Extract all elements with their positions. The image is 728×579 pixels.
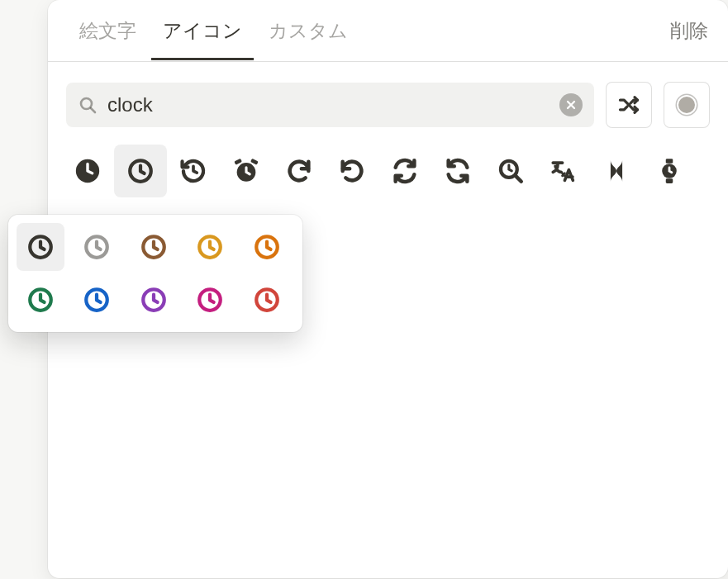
clock-outline-icon <box>196 286 224 314</box>
color-variant-green[interactable] <box>17 276 64 324</box>
clock-outline-icon <box>26 286 55 314</box>
sync-icon-glyph <box>391 157 419 185</box>
redo-icon-glyph <box>285 157 313 185</box>
color-variant-brown[interactable] <box>130 223 178 271</box>
search-box <box>66 83 594 127</box>
shuffle-button[interactable] <box>606 82 652 128</box>
tab-custom[interactable]: カスタム <box>257 2 359 60</box>
clock-outline-icon-glyph <box>126 157 155 185</box>
search-time-icon-glyph <box>497 157 525 185</box>
search-icon <box>78 95 98 115</box>
tabs-row: 絵文字 アイコン カスタム 削除 <box>48 0 728 62</box>
clock-filled-icon-glyph <box>74 157 102 185</box>
translate-time-icon-glyph <box>550 157 578 185</box>
hourglass-icon-glyph <box>602 157 630 185</box>
color-picker-button[interactable] <box>664 82 710 128</box>
history-icon[interactable] <box>167 145 220 197</box>
search-input[interactable] <box>106 93 551 117</box>
remove-action[interactable]: 削除 <box>662 12 708 50</box>
icon-results-grid <box>48 140 728 202</box>
color-variant-gray[interactable] <box>73 223 121 271</box>
color-variants-popover <box>8 215 302 332</box>
clock-outline-icon[interactable] <box>114 145 167 197</box>
color-variant-blue[interactable] <box>73 276 121 324</box>
clock-outline-icon <box>83 233 111 261</box>
search-time-icon[interactable] <box>484 145 537 197</box>
color-variant-purple[interactable] <box>130 276 178 324</box>
clock-outline-icon <box>253 286 281 314</box>
clear-search-button[interactable] <box>559 93 583 116</box>
color-variant-default[interactable] <box>17 223 64 271</box>
clock-outline-icon <box>140 233 168 261</box>
redo-icon[interactable] <box>273 145 326 197</box>
sync-reverse-icon-glyph <box>444 157 472 185</box>
clock-outline-icon <box>196 233 224 261</box>
color-variant-pink[interactable] <box>186 276 234 324</box>
alarm-icon-glyph <box>232 157 260 185</box>
clock-outline-icon <box>26 233 55 261</box>
shuffle-icon <box>617 93 640 116</box>
color-chip-icon <box>677 95 697 115</box>
undo-icon[interactable] <box>326 145 378 197</box>
alarm-icon[interactable] <box>220 145 273 197</box>
history-icon-glyph <box>179 157 207 185</box>
tab-emoji[interactable]: 絵文字 <box>68 2 148 60</box>
watch-icon[interactable] <box>643 145 696 197</box>
clock-outline-icon <box>140 286 168 314</box>
clock-outline-icon <box>253 233 281 261</box>
hourglass-icon[interactable] <box>590 145 643 197</box>
sync-reverse-icon[interactable] <box>431 145 484 197</box>
search-row <box>48 62 728 140</box>
watch-icon-glyph <box>655 157 683 185</box>
undo-icon-glyph <box>338 157 366 185</box>
clock-filled-icon[interactable] <box>61 145 114 197</box>
translate-time-icon[interactable] <box>537 145 590 197</box>
color-variant-orange[interactable] <box>243 223 291 271</box>
sync-icon[interactable] <box>378 145 431 197</box>
color-variant-yellow[interactable] <box>186 223 234 271</box>
close-icon <box>564 98 578 112</box>
clock-outline-icon <box>83 286 111 314</box>
color-variant-red[interactable] <box>243 276 291 324</box>
tab-icons[interactable]: アイコン <box>151 2 254 60</box>
